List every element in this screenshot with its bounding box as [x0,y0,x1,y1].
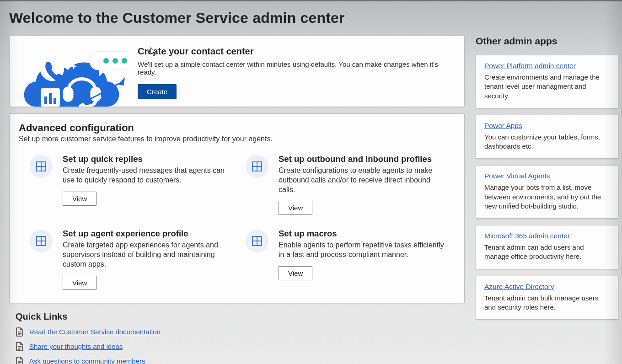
advanced-item-title: Set up outbound and inbound profiles [279,154,448,164]
admin-app-desc: You can customize your tables, forms, da… [484,133,610,151]
sidebar-other-admin-apps: Other admin apps Power Platform admin ce… [476,36,618,326]
advanced-item-title: Set up macros [279,229,448,239]
svg-rect-8 [44,96,47,104]
sidebar-title: Other admin apps [476,36,618,47]
grid-icon [246,230,268,252]
advanced-item-desc: Enable agents to perform repetitive task… [279,241,448,260]
admin-app-link[interactable]: Power Virtual Agents [484,172,550,180]
view-button[interactable]: View [279,201,312,215]
page-title: Welcome to the Customer Service admin ce… [9,10,622,27]
advanced-title: Advanced configuration [19,122,453,134]
quick-link[interactable]: Share your thoughts and ideas [29,343,123,350]
quick-link-item: Share your thoughts and ideas [16,342,465,351]
admin-app-card-aad: Azure Active Directory Tenant admin can … [476,276,618,320]
hero-card: Create your contact center We'll set up … [9,36,465,107]
create-button[interactable]: Create [138,84,177,99]
hero-illustration [18,43,126,107]
advanced-item-agent-experience: Set up agent experience profile Create t… [30,229,237,289]
quick-links-section: Quick Links Read the Customer Service do… [16,311,465,364]
admin-app-link[interactable]: Microsoft 365 admin center [484,232,570,240]
document-icon [16,342,24,351]
view-button[interactable]: View [63,192,97,206]
advanced-item-macros: Set up macros Enable agents to perform r… [246,229,453,289]
svg-point-2 [80,105,84,107]
admin-app-desc: Tenant admin can add users and manage of… [484,243,610,262]
admin-app-desc: Create environments and manage the tenan… [484,73,610,101]
svg-rect-0 [64,88,72,100]
advanced-item-outbound-inbound: Set up outbound and inbound profiles Cre… [246,154,453,215]
document-icon [16,327,24,337]
advanced-configuration-card: Advanced configuration Set up more custo… [9,113,465,303]
svg-rect-9 [49,93,52,104]
document-icon [16,357,24,364]
advanced-item-title: Set up agent experience profile [63,229,232,239]
admin-app-link[interactable]: Power Platform admin center [484,62,576,70]
advanced-item-desc: Create targeted app experiences for agen… [63,241,232,269]
admin-app-desc: Manage your bots from a list, move betwe… [484,183,610,211]
admin-app-card-m365: Microsoft 365 admin center Tenant admin … [476,225,618,269]
admin-app-link[interactable]: Power Apps [484,122,522,129]
view-button[interactable]: View [279,266,312,280]
advanced-item-desc: Create frequently-used messages that age… [63,166,232,185]
svg-point-6 [122,58,127,64]
admin-app-card-power-platform: Power Platform admin center Create envir… [476,55,618,108]
advanced-subtitle: Set up more customer service features to… [19,135,453,143]
advanced-item-title: Set up quick replies [63,154,232,164]
grid-icon [246,155,268,178]
svg-point-4 [103,58,109,64]
window-chrome-bar [0,0,622,1]
quick-link-item: Read the Customer Service documentation [16,327,465,337]
svg-rect-10 [54,98,56,104]
grid-icon [30,230,53,252]
advanced-item-desc: Create configurations to enable agents t… [279,166,448,194]
grid-icon [30,155,53,178]
hero-title: Create your contact center [138,46,453,57]
quick-link[interactable]: Ask questions to community members [29,357,145,364]
svg-point-5 [113,58,118,64]
admin-app-card-power-virtual-agents: Power Virtual Agents Manage your bots fr… [476,165,618,219]
advanced-item-quick-replies: Set up quick replies Create frequently-u… [30,154,237,215]
admin-app-link[interactable]: Azure Active Directory [484,283,554,290]
quick-link-item: Ask questions to community members [16,357,465,364]
quick-links-title: Quick Links [16,311,465,322]
hero-description: We'll set up a simple contact center wit… [138,60,453,76]
admin-app-desc: Tenant admin can bulk manage users and s… [484,294,610,312]
quick-link[interactable]: Read the Customer Service documentation [29,328,161,336]
view-button[interactable]: View [63,276,97,290]
admin-app-card-power-apps: Power Apps You can customize your tables… [476,115,618,159]
